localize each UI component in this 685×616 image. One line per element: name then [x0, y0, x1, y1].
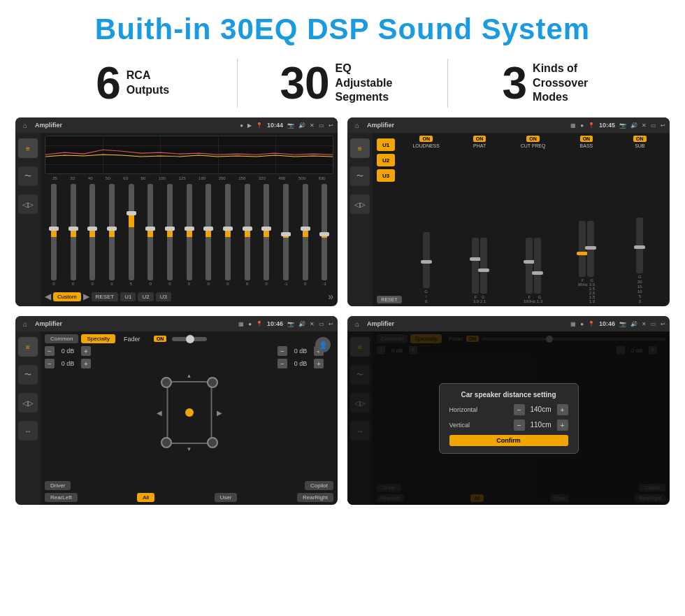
amp-ch-cutfreq: ON CUT FREQ F100Hz	[507, 136, 558, 303]
sidebar-wave-btn[interactable]: 〜	[18, 166, 38, 186]
eq-slider-6[interactable]: 0	[161, 184, 179, 286]
dialog-confirm-button[interactable]: Confirm	[449, 435, 568, 446]
btn-all[interactable]: All	[137, 493, 154, 502]
rect-icon-3: ▭	[319, 321, 324, 327]
btn-rearleft[interactable]: RearLeft	[45, 493, 78, 502]
dialog-vertical-minus[interactable]: −	[514, 420, 525, 431]
home-icon[interactable]: ⌂	[20, 120, 31, 131]
amp-preset-u1[interactable]: U1	[377, 138, 395, 151]
vol-plus-br[interactable]: +	[314, 359, 324, 368]
phat-on-badge[interactable]: ON	[473, 136, 486, 142]
sidebar-amp-vol-btn[interactable]: ◁▷	[350, 194, 370, 214]
fader-tab-common[interactable]: Common	[45, 334, 78, 343]
eq-slider-5[interactable]: 0	[141, 184, 159, 286]
amp-preset-u3[interactable]: U3	[377, 169, 395, 182]
grid-icon: ▦	[570, 122, 576, 129]
sidebar-eq-btn[interactable]: ≡	[18, 138, 38, 158]
topbar-title-eq: Amplifier	[35, 122, 236, 129]
eq-slider-11[interactable]: 0	[257, 184, 275, 286]
eq-u1-btn[interactable]: U1	[120, 292, 136, 301]
btn-copilot[interactable]: Copilot	[305, 481, 333, 490]
dialog-horizontal-plus[interactable]: +	[557, 404, 568, 415]
fader-on-badge[interactable]: ON	[154, 336, 167, 342]
camera-icon: 📷	[287, 122, 294, 129]
screen-eq-content: ≡ 〜 ◁▷	[15, 133, 338, 306]
dialog-horizontal-minus[interactable]: −	[514, 404, 525, 415]
bass-fader-2[interactable]	[587, 221, 594, 277]
btn-driver[interactable]: Driver	[45, 481, 71, 490]
eq-slider-9[interactable]: 0	[219, 184, 237, 286]
eq-slider-1[interactable]: 0	[64, 184, 82, 286]
back-icon-3[interactable]: ↩	[329, 321, 333, 327]
stat-crossover: 3 Kinds ofCrossover Modes	[462, 61, 643, 106]
sidebar-fader-extra-btn[interactable]: ↔	[18, 421, 38, 440]
eq-slider-7[interactable]: 0	[180, 184, 199, 286]
vol-minus-tl[interactable]: −	[45, 346, 55, 356]
eq-slider-12[interactable]: -1	[277, 184, 295, 286]
cutfreq-fader[interactable]	[526, 238, 533, 294]
topbar-time-dialog: 10:46	[599, 320, 615, 327]
eq-slider-4[interactable]: 5	[122, 184, 140, 286]
fader-track[interactable]	[172, 337, 207, 341]
eq-slider-13[interactable]: 0	[296, 184, 315, 286]
page-title: Buith-in 30EQ DSP Sound System	[0, 0, 685, 52]
eq-custom-btn[interactable]: Custom	[53, 292, 81, 301]
vol-plus-bl[interactable]: +	[81, 359, 91, 368]
eq-prev-icon[interactable]: ◀	[45, 292, 51, 301]
home-icon-3[interactable]: ⌂	[20, 318, 31, 329]
eq-graph	[45, 136, 333, 174]
sidebar-vol-btn[interactable]: ◁▷	[18, 194, 38, 214]
stat-eq: 30 EQ AdjustableSegments	[252, 61, 433, 106]
vol-plus-tl[interactable]: +	[81, 346, 91, 356]
btn-user[interactable]: User	[215, 493, 238, 502]
eq-bottom-controls: ◀ Custom ▶ RESET U1 U2 U3 »	[45, 289, 333, 303]
back-icon-2[interactable]: ↩	[661, 122, 665, 129]
vol-minus-br[interactable]: −	[277, 359, 287, 368]
stat-label-eq: EQ AdjustableSegments	[336, 62, 405, 105]
sub-on-badge[interactable]: ON	[633, 136, 647, 142]
amp-preset-u2[interactable]: U2	[377, 154, 395, 166]
dialog-vertical-value: 110cm	[528, 421, 554, 429]
sub-fader[interactable]	[636, 217, 643, 273]
amp-presets: U1 U2 U3 RESET	[377, 136, 398, 303]
sidebar-amp-eq-btn[interactable]: ≡	[350, 138, 370, 158]
x-icon-2: ✕	[642, 122, 647, 129]
dialog-vertical-plus[interactable]: +	[557, 420, 568, 431]
fader-person-icon[interactable]: 👤	[315, 337, 331, 352]
phat-fader[interactable]	[472, 238, 479, 294]
cutfreq-on-badge[interactable]: ON	[526, 136, 540, 142]
sidebar-amp-wave-btn[interactable]: 〜	[350, 166, 370, 186]
fader-tabs: Common Specialty	[45, 334, 115, 343]
eq-u2-btn[interactable]: U2	[138, 292, 153, 301]
loudness-fader[interactable]	[423, 232, 430, 288]
back-icon[interactable]: ↩	[329, 122, 333, 129]
eq-u3-btn[interactable]: U3	[156, 292, 171, 301]
eq-slider-0[interactable]: 0	[45, 184, 63, 286]
bass-on-badge[interactable]: ON	[580, 136, 593, 142]
eq-slider-2[interactable]: 0	[83, 184, 101, 286]
eq-slider-3[interactable]: 0	[103, 184, 121, 286]
fader-tab-specialty[interactable]: Specialty	[81, 334, 115, 343]
home-icon-4[interactable]: ⌂	[352, 318, 363, 329]
btn-rearright[interactable]: RearRight	[297, 493, 333, 502]
back-icon-4[interactable]: ↩	[661, 321, 665, 327]
phat-fader-2[interactable]	[480, 238, 487, 294]
screen-fader-content: ≡ 〜 ◁▷ ↔ Common Specialty Fader ON	[15, 331, 338, 505]
sidebar-fader-vol-btn[interactable]: ◁▷	[18, 393, 38, 413]
vol-minus-tr[interactable]: −	[277, 346, 287, 356]
cutfreq-fader-2[interactable]	[534, 238, 541, 294]
stat-divider-1	[237, 59, 238, 108]
vol-minus-bl[interactable]: −	[45, 359, 55, 368]
sidebar-fader-wave-btn[interactable]: 〜	[18, 365, 38, 385]
eq-reset-btn[interactable]: RESET	[92, 292, 119, 301]
rect-icon-2: ▭	[651, 122, 656, 129]
eq-slider-8[interactable]: 0	[199, 184, 217, 286]
loudness-on-badge[interactable]: ON	[419, 136, 433, 142]
home-icon-2[interactable]: ⌂	[352, 120, 363, 131]
eq-slider-14[interactable]: -1	[315, 184, 333, 286]
amp-reset-btn[interactable]: RESET	[377, 296, 402, 303]
eq-slider-10[interactable]: 0	[238, 184, 257, 286]
eq-next-icon[interactable]: ▶	[83, 292, 89, 301]
sidebar-fader-eq-btn[interactable]: ≡	[18, 337, 38, 357]
dot-icon-1: ●	[240, 122, 243, 129]
